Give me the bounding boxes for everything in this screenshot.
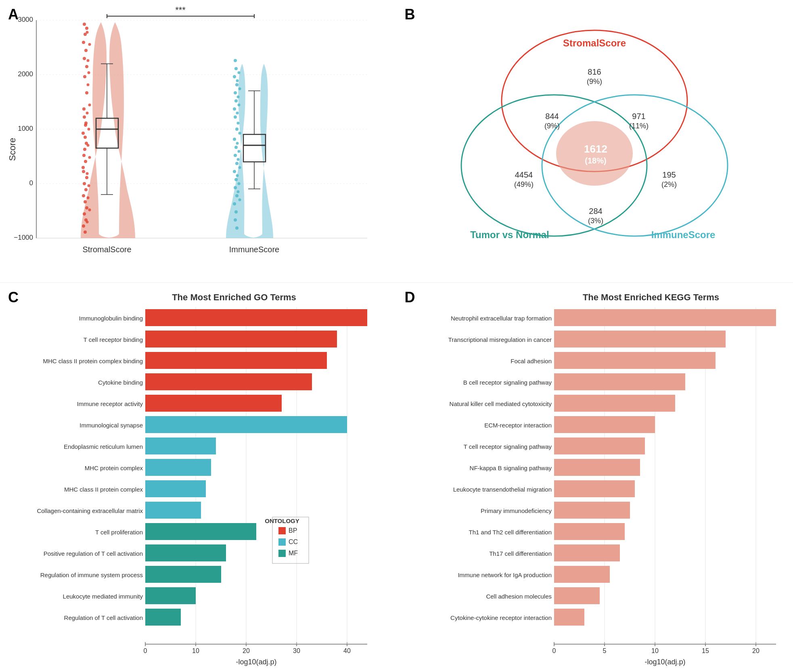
go-label-10: Collagen-containing extracellular matrix	[37, 507, 143, 514]
svg-point-50	[88, 128, 90, 131]
kegg-label-6: ECM-receptor interaction	[484, 422, 552, 429]
svg-point-36	[83, 212, 86, 216]
legend-cc-box	[278, 538, 286, 546]
go-bar-7	[145, 438, 216, 454]
svg-point-30	[85, 176, 88, 179]
svg-point-29	[82, 170, 85, 173]
kegg-label-4: B cell receptor signaling pathway	[463, 379, 552, 386]
go-label-3: MHC class II protein complex binding	[43, 358, 143, 364]
go-bar-14	[145, 587, 196, 604]
immune-violin	[226, 64, 273, 238]
tumor-only-val: 4454	[515, 170, 533, 179]
svg-point-52	[88, 156, 91, 159]
immune-label: ImmuneScore	[229, 245, 280, 254]
kegg-label-3: Focal adhesion	[511, 358, 552, 364]
go-bar-9	[145, 480, 206, 497]
panel-a: A Score −1000 0 1000 2000	[0, 0, 397, 283]
svg-text:5: 5	[603, 647, 606, 654]
tumor-only-pct: (49%)	[514, 180, 533, 188]
legend-cc-label: CC	[289, 538, 298, 545]
svg-point-24	[84, 160, 87, 163]
svg-text:20: 20	[752, 647, 760, 654]
svg-point-35	[85, 206, 88, 209]
svg-point-18	[82, 107, 86, 111]
kegg-bar-1	[554, 309, 776, 326]
svg-point-51	[87, 144, 90, 147]
svg-point-71	[234, 154, 237, 157]
svg-text:10: 10	[192, 647, 199, 654]
svg-point-20	[82, 132, 85, 135]
kegg-bar-13	[554, 566, 610, 583]
kegg-x-label: -log10(adj.p)	[644, 658, 685, 666]
svg-point-47	[87, 84, 90, 86]
svg-point-39	[84, 230, 87, 234]
stromal-label: StromalScore	[82, 245, 131, 254]
svg-point-82	[234, 99, 238, 103]
svg-point-27	[83, 115, 86, 119]
go-bar-2	[145, 331, 337, 348]
svg-point-28	[84, 136, 87, 139]
kegg-bar-5	[554, 395, 675, 412]
kegg-bar-7	[554, 438, 645, 454]
svg-point-81	[233, 107, 236, 111]
go-bar-10	[145, 502, 201, 519]
svg-point-59	[87, 59, 90, 62]
svg-text:20: 20	[243, 647, 250, 654]
svg-text:3000: 3000	[18, 16, 33, 23]
svg-point-74	[234, 178, 238, 181]
panel-a-svg: Score −1000 0 1000 2000 3000	[4, 4, 387, 278]
svg-point-54	[88, 184, 90, 187]
svg-point-93	[239, 166, 241, 169]
kegg-label-12: Th17 cell differentiation	[489, 550, 552, 557]
svg-point-83	[234, 91, 237, 94]
kegg-bar-10	[554, 502, 630, 519]
legend-title: ONTOLOGY	[265, 517, 299, 524]
svg-point-22	[83, 148, 86, 151]
go-label-2: T cell receptor binding	[84, 336, 143, 343]
svg-point-38	[82, 224, 85, 228]
svg-point-46	[83, 23, 86, 26]
svg-point-91	[238, 150, 241, 153]
go-label-1: Immunoglobulin binding	[79, 315, 143, 322]
kegg-label-7: T cell receptor signaling pathway	[463, 443, 552, 450]
kegg-bar-2	[554, 331, 726, 348]
tumor-immune-pct: (3%)	[588, 217, 603, 225]
svg-point-55	[87, 197, 90, 199]
svg-text:0: 0	[144, 647, 147, 654]
svg-point-96	[237, 191, 240, 193]
stromal-immune-pct: (11%)	[629, 122, 648, 130]
svg-point-98	[236, 112, 239, 115]
svg-point-73	[233, 170, 236, 173]
go-label-4: Cytokine binding	[98, 379, 143, 386]
svg-point-72	[235, 162, 239, 165]
kegg-bar-15	[554, 609, 584, 626]
svg-point-48	[88, 104, 91, 107]
svg-point-41	[83, 57, 86, 60]
svg-point-68	[235, 128, 239, 131]
all-pct: (18%)	[585, 156, 606, 165]
go-bar-15	[145, 609, 181, 626]
all-val: 1612	[584, 143, 607, 155]
svg-point-101	[239, 88, 241, 90]
kegg-label-1: Neutrophil extracellular trap formation	[450, 315, 551, 322]
legend-bp-box	[278, 527, 286, 534]
kegg-label-10: Primary immunodeficiency	[481, 507, 552, 514]
panel-a-y-label: Score	[7, 138, 17, 161]
svg-point-92	[237, 158, 240, 161]
go-bar-12	[145, 544, 226, 561]
panel-b: B StromalScore Tumor vs Normal ImmuneSco…	[397, 0, 793, 283]
svg-text:0: 0	[29, 179, 33, 187]
svg-point-34	[84, 200, 87, 203]
go-bar-4	[145, 373, 312, 390]
go-bar-11	[145, 523, 256, 540]
kegg-label-2: Transcriptional misregulation in cancer	[448, 336, 551, 343]
kegg-label-15: Cytokine-cytokine receptor interaction	[450, 614, 552, 621]
svg-point-56	[88, 209, 91, 211]
svg-point-33	[82, 194, 85, 197]
svg-point-100	[237, 96, 240, 98]
go-label-11: T cell proliferation	[95, 529, 143, 536]
panel-d: D The Most Enriched KEGG Terms 0 5 10 15…	[397, 283, 793, 672]
svg-text:2000: 2000	[18, 70, 33, 78]
immune-only-pct: (2%)	[661, 180, 676, 188]
svg-point-23	[82, 154, 86, 157]
